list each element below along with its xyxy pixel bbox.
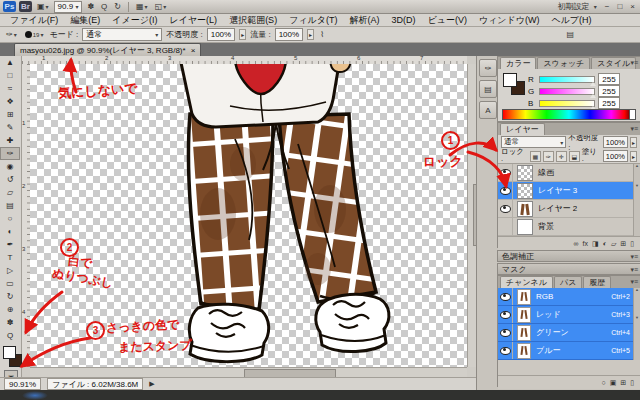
color-spectrum-ramp[interactable] (502, 109, 636, 120)
opacity-field[interactable]: 100% (207, 28, 235, 41)
g-slider[interactable] (539, 88, 595, 95)
b-value-field[interactable]: 255 (598, 97, 620, 109)
blend-mode-select[interactable]: 通常▾ (82, 28, 162, 41)
tab-paths[interactable]: パス (554, 276, 582, 288)
menu-item[interactable]: ビュー(V) (421, 14, 472, 27)
menu-item[interactable]: 編集(E) (64, 14, 106, 27)
layer-fill-field[interactable]: 100% (603, 150, 628, 162)
panel-menu-icon[interactable]: ▾≡ (630, 278, 638, 286)
type-tool[interactable]: T (0, 251, 20, 264)
panel-foreground-swatch[interactable] (503, 73, 517, 87)
quick-selection-tool[interactable]: ❖ (0, 95, 20, 108)
load-selection-button[interactable]: ○ (601, 379, 605, 386)
visibility-toggle[interactable] (498, 218, 513, 235)
zoom-tool[interactable]: Q (0, 329, 20, 342)
flow-slider-button[interactable]: ▸ (307, 29, 314, 40)
dock-icon-character[interactable]: A (479, 101, 497, 119)
foreground-color-swatch[interactable] (3, 346, 16, 359)
zoom-tool-button[interactable]: Q (99, 2, 109, 11)
dock-icon-clone-source[interactable]: ▤ (479, 80, 497, 98)
dock-icon-brushes[interactable]: ✑ (479, 59, 497, 77)
lock-all-icon[interactable]: ⬓ (569, 151, 580, 162)
tab-history[interactable]: 履歴 (583, 276, 611, 288)
marquee-tool[interactable]: □ (0, 69, 20, 82)
brush-tool[interactable]: ✑ (0, 147, 20, 160)
channels-scrollbar[interactable]: ▲▼ (633, 288, 640, 360)
visibility-toggle[interactable] (498, 288, 513, 305)
hand-tool-button[interactable]: ✽ (85, 2, 96, 11)
masks-panel-header[interactable]: マスク▾≡ (497, 263, 640, 275)
panel-toggle-icon[interactable]: ▤ (564, 30, 576, 39)
layer-fill-slider-button[interactable]: ▸ (630, 151, 637, 162)
r-value-field[interactable]: 255 (598, 73, 620, 85)
zoom-level-field[interactable]: 90.9 ▾ (54, 1, 83, 13)
tab-swatches[interactable]: スウォッチ (537, 57, 590, 69)
panel-menu-icon[interactable]: ▾≡ (630, 253, 638, 261)
g-value-field[interactable]: 255 (598, 85, 620, 97)
menu-item[interactable]: フィルタ(T) (283, 14, 343, 27)
lasso-tool[interactable]: ≈ (0, 82, 20, 95)
visibility-toggle[interactable] (498, 164, 513, 181)
channel-row[interactable]: ブルーCtrl+5 (498, 342, 640, 360)
menu-item[interactable]: ヘルプ(H) (545, 14, 597, 27)
close-button[interactable]: × (628, 2, 637, 11)
visibility-toggle[interactable] (498, 306, 513, 323)
flow-field[interactable]: 100% (275, 28, 303, 41)
arrange-documents-button[interactable]: ▦▾ (134, 2, 150, 11)
lock-paint-icon[interactable]: ✑ (543, 151, 554, 162)
airbrush-toggle[interactable]: ⌇ (318, 30, 326, 39)
visibility-toggle[interactable] (498, 200, 513, 217)
panel-menu-icon[interactable]: ▾≡ (630, 266, 638, 274)
3d-orbit-tool[interactable]: ⊕ (0, 303, 20, 316)
minimize-button[interactable]: − (603, 2, 612, 11)
layer-opacity-slider-button[interactable]: ▸ (630, 137, 637, 148)
tab-close-icon[interactable]: × (191, 46, 196, 55)
blur-tool[interactable]: ○ (0, 212, 20, 225)
status-menu-arrow[interactable]: ▶ (149, 380, 154, 388)
healing-brush-tool[interactable]: ✚ (0, 134, 20, 147)
pen-tool[interactable]: ✒ (0, 238, 20, 251)
layer-row[interactable]: 線画 (498, 164, 640, 182)
path-selection-tool[interactable]: ▷ (0, 264, 20, 277)
menu-item[interactable]: イメージ(I) (106, 14, 163, 27)
dodge-tool[interactable]: ◐ (0, 225, 20, 238)
rotate-view-button[interactable]: ↻ (112, 2, 123, 11)
menu-item[interactable]: レイヤー(L) (163, 14, 223, 27)
gradient-tool[interactable]: ▤ (0, 199, 20, 212)
layer-opacity-field[interactable]: 100% (603, 136, 628, 148)
restore-button[interactable]: □ (615, 2, 624, 11)
menu-item[interactable]: ファイル(F) (4, 14, 64, 27)
menu-item[interactable]: ウィンドウ(W) (473, 14, 546, 27)
channel-row[interactable]: グリーンCtrl+4 (498, 324, 640, 342)
layer-style-button[interactable]: fx (583, 240, 588, 247)
r-slider[interactable] (539, 76, 595, 83)
layer-row[interactable]: レイヤー 3 (498, 182, 640, 200)
b-slider[interactable] (539, 100, 595, 107)
new-channel-button[interactable]: ⊞ (620, 379, 626, 386)
delete-channel-button[interactable]: ▯ (630, 379, 634, 386)
save-selection-button[interactable]: ▣ (610, 379, 617, 386)
3d-rotate-tool[interactable]: ↻ (0, 290, 20, 303)
menu-item[interactable]: 解析(A) (343, 14, 385, 27)
history-brush-tool[interactable]: ↺ (0, 173, 20, 186)
opacity-slider-button[interactable]: ▸ (239, 29, 246, 40)
layers-scrollbar[interactable]: ▲▼ (633, 164, 640, 236)
brush-preset-picker[interactable]: 19 ▾ (23, 31, 46, 38)
adjustments-panel-header[interactable]: 色調補正▾≡ (497, 250, 640, 262)
lock-move-icon[interactable]: ✛ (556, 151, 567, 162)
screen-mode-button[interactable]: ◱▾ (153, 2, 169, 11)
tab-layers[interactable]: レイヤー (500, 123, 545, 135)
link-layers-button[interactable]: ∞ (574, 240, 579, 247)
status-zoom-field[interactable]: 90.91% (4, 378, 41, 390)
visibility-toggle[interactable] (498, 342, 513, 359)
layer-group-button[interactable]: ▱ (611, 240, 616, 247)
view-extras-button[interactable]: ▣▾ (35, 2, 51, 11)
hand-tool[interactable]: ✽ (0, 316, 20, 329)
adjustment-layer-button[interactable]: ◐ (603, 240, 607, 247)
layer-row[interactable]: レイヤー 2 (498, 200, 640, 218)
delete-layer-button[interactable]: ▯ (630, 240, 634, 247)
visibility-toggle[interactable] (498, 324, 513, 341)
tab-styles[interactable]: スタイル (591, 57, 636, 69)
panel-menu-icon[interactable]: ▾≡ (630, 59, 638, 67)
visibility-toggle[interactable] (498, 182, 513, 199)
